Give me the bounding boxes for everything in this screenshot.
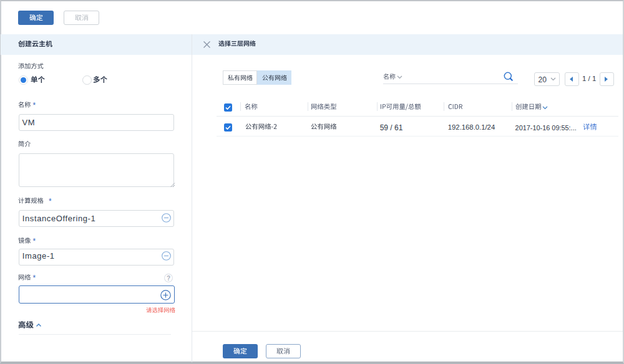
svg-text:?: ? <box>167 275 170 282</box>
